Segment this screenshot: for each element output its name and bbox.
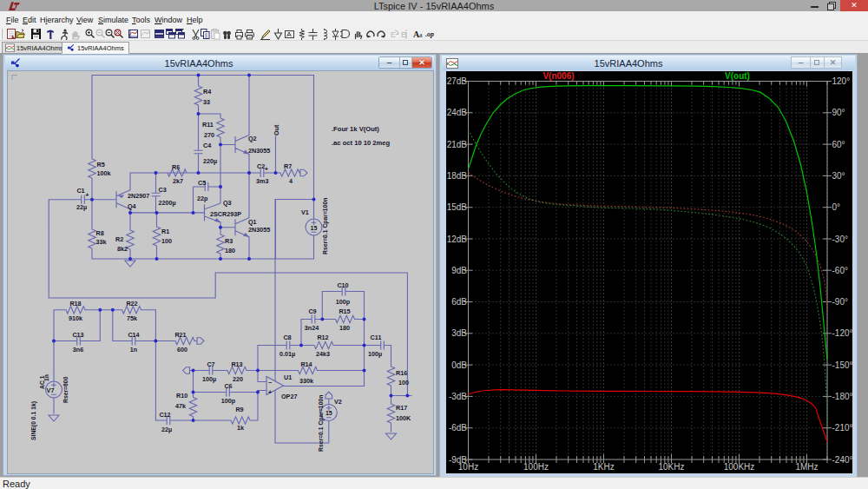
svg-text:R21: R21 (174, 331, 186, 339)
svg-text:R3: R3 (225, 237, 233, 245)
svg-text:a: a (419, 31, 423, 39)
svg-text:910k: 910k (69, 314, 82, 322)
svg-text:Rser=0.1 Cpar=100n: Rser=0.1 Cpar=100n (318, 395, 325, 452)
svg-text:-60°: -60° (832, 266, 848, 275)
svg-text:-3dB: -3dB (449, 392, 467, 401)
svg-text:47k: 47k (175, 402, 186, 410)
svg-text:90°: 90° (832, 108, 845, 117)
svg-text:330k: 330k (299, 377, 313, 385)
svg-text:C6: C6 (224, 382, 232, 390)
svg-text:R10: R10 (176, 392, 187, 400)
svg-text:-210°: -210° (832, 423, 853, 433)
svg-text:22µ: 22µ (76, 203, 87, 211)
svg-text:24k3: 24k3 (316, 350, 330, 358)
svg-text:R16: R16 (396, 369, 407, 377)
svg-text:2SCR293P: 2SCR293P (210, 210, 241, 218)
svg-text:.Four 1k V(Out): .Four 1k V(Out) (332, 125, 379, 133)
svg-text:Q2: Q2 (248, 135, 257, 142)
svg-text:-120°: -120° (832, 328, 853, 338)
svg-text:15: 15 (326, 410, 332, 416)
svg-text:3m3: 3m3 (256, 177, 268, 185)
svg-text:1n: 1n (130, 346, 137, 354)
svg-text:R7: R7 (284, 162, 292, 170)
svg-text:3n24: 3n24 (305, 324, 319, 332)
svg-text:100p: 100p (336, 298, 351, 306)
svg-text:C8: C8 (283, 334, 291, 341)
svg-text:-180°: -180° (832, 392, 853, 401)
svg-text:C2: C2 (257, 162, 265, 170)
svg-text:-150°: -150° (832, 360, 853, 370)
svg-text:V1: V1 (301, 208, 309, 216)
svg-text:21dB: 21dB (447, 140, 468, 149)
svg-text:10KHz: 10KHz (658, 462, 684, 472)
svg-text:15dB: 15dB (447, 202, 468, 212)
svg-text:2N3055: 2N3055 (248, 147, 270, 155)
svg-text:12dB: 12dB (447, 235, 468, 244)
svg-text:180: 180 (225, 247, 235, 254)
svg-text:C5: C5 (198, 179, 206, 187)
svg-text:V(out): V(out) (725, 71, 750, 81)
svg-text:2k7: 2k7 (173, 177, 183, 185)
svg-text:E: E (391, 30, 396, 39)
svg-text:-6dB: -6dB (449, 423, 467, 433)
svg-text:R8: R8 (96, 229, 104, 237)
svg-text:75k: 75k (127, 314, 137, 322)
svg-text:Out: Out (273, 124, 280, 135)
svg-text:R9: R9 (235, 406, 243, 413)
svg-text:V2: V2 (334, 398, 342, 406)
svg-text:C11: C11 (371, 334, 382, 341)
svg-text:+: + (265, 166, 268, 172)
svg-text:Q4: Q4 (128, 202, 136, 210)
svg-text:+: + (268, 389, 272, 395)
svg-text:C3: C3 (159, 186, 167, 194)
svg-text:Q3: Q3 (223, 199, 232, 207)
svg-text:1k: 1k (237, 424, 244, 432)
svg-text:.op: .op (425, 30, 434, 38)
svg-text:22p: 22p (197, 195, 208, 202)
svg-text:C10: C10 (337, 281, 348, 289)
svg-text:120°: 120° (832, 76, 851, 86)
svg-text:C13: C13 (72, 331, 83, 339)
svg-text:220µ: 220µ (203, 157, 217, 165)
svg-text:V(n006): V(n006) (542, 71, 574, 81)
svg-text:100K: 100K (396, 414, 411, 422)
svg-text:C7: C7 (207, 360, 214, 368)
svg-text:Rser=600: Rser=600 (62, 376, 69, 403)
svg-text:R15: R15 (339, 307, 350, 315)
svg-text:100KHz: 100KHz (724, 462, 755, 472)
svg-text:+: + (86, 192, 89, 198)
svg-text:30°: 30° (832, 171, 845, 181)
svg-text:9dB: 9dB (451, 266, 467, 275)
svg-text:R4: R4 (203, 88, 211, 96)
svg-text:R18: R18 (69, 300, 81, 307)
svg-text:6dB: 6dB (451, 297, 467, 307)
svg-text:R1: R1 (161, 228, 169, 235)
svg-text:22µ: 22µ (161, 426, 172, 433)
svg-text:R22: R22 (126, 300, 137, 307)
svg-text:2N3055: 2N3055 (248, 226, 270, 234)
svg-text:100: 100 (398, 379, 409, 387)
svg-text:−: − (268, 380, 272, 386)
svg-text:100µ: 100µ (368, 350, 382, 358)
svg-text:180: 180 (339, 324, 350, 332)
svg-text:100µ: 100µ (202, 375, 216, 383)
svg-text:0dB: 0dB (451, 360, 467, 370)
svg-text:R6: R6 (172, 163, 180, 171)
svg-text:1KHz: 1KHz (593, 462, 614, 472)
svg-text:-240°: -240° (832, 455, 853, 465)
svg-text:U1: U1 (284, 373, 292, 381)
svg-text:.ac oct 10 10 2meg: .ac oct 10 10 2meg (332, 139, 390, 147)
svg-text:4: 4 (289, 177, 293, 185)
svg-text:C4: C4 (203, 142, 211, 149)
svg-text:600: 600 (177, 346, 187, 354)
svg-text:-90°: -90° (832, 297, 848, 307)
svg-text:100Hz: 100Hz (523, 462, 549, 472)
svg-text:27dB: 27dB (447, 76, 468, 86)
svg-text:100k: 100k (97, 169, 111, 177)
svg-text:10Hz: 10Hz (458, 462, 478, 472)
svg-text:60°: 60° (832, 140, 845, 149)
svg-text:2200µ: 2200µ (159, 199, 176, 207)
svg-text:C12: C12 (159, 411, 170, 419)
svg-text:C14: C14 (128, 331, 139, 339)
svg-text:V7: V7 (47, 387, 55, 394)
